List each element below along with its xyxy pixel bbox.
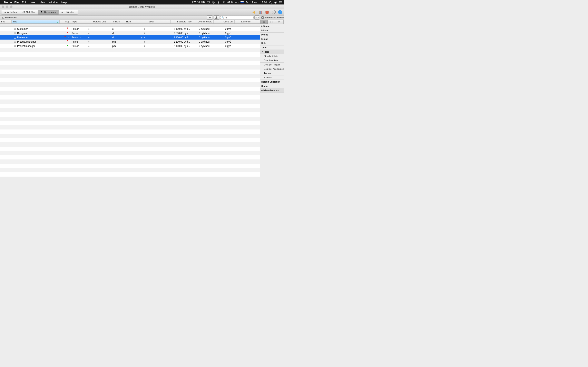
table-row[interactable] [0,48,260,52]
close-window-button[interactable] [2,6,4,8]
table-row[interactable]: Product managerPerson▲▼pm▲▼2 100,00 руб.… [0,40,260,44]
wifi-icon[interactable] [222,1,225,4]
col-standard-rate[interactable]: Standard Rate [171,20,193,24]
disclosure-icon[interactable]: ▼ [261,51,263,53]
menu-edit[interactable]: Edit [22,1,26,4]
zoom-window-button[interactable] [10,6,12,8]
templates-icon[interactable] [265,10,269,15]
flag-icon[interactable] [241,1,243,4]
col-flag[interactable]: Flag [60,20,71,24]
battery-icon[interactable] [235,1,238,4]
table-row[interactable] [0,142,260,147]
menu-window[interactable]: Window [49,1,58,4]
col-type[interactable]: Type [71,20,92,24]
menu-extra-icon[interactable] [279,1,282,4]
disclosure-icon[interactable]: ▶ [261,89,263,91]
col-overtime-rate[interactable]: Overtime Rate [193,20,214,24]
library-icon[interactable] [258,10,263,15]
row-cost: 0 руб [225,40,231,43]
notification-center-icon[interactable] [274,1,277,4]
table-row[interactable] [0,91,260,95]
table-row[interactable] [0,129,260,134]
table-row[interactable] [0,117,260,121]
minimize-window-button[interactable] [6,6,8,8]
table-row[interactable] [0,155,260,159]
col-material[interactable]: Material Unit [92,20,112,24]
display-icon[interactable] [207,1,210,4]
disclosure-icon[interactable]: ▶ [261,25,263,27]
announce-icon[interactable] [251,10,256,15]
date-indicator[interactable]: Вс, 12 авг. [246,1,258,4]
type-label: Type [261,46,267,49]
timemachine-icon[interactable] [212,1,215,4]
menu-help[interactable]: Help [61,1,67,4]
tab-activities[interactable]: ➜ Activities [1,10,19,15]
table-row[interactable] [0,74,260,78]
menu-insert[interactable]: Insert [30,1,36,4]
menu-view[interactable]: View [40,1,45,4]
memory-indicator[interactable]: 875.31 MB [192,1,205,4]
spotlight-icon[interactable] [269,1,272,4]
table-row[interactable] [0,125,260,129]
table-row[interactable] [0,159,260,164]
add-person-button[interactable] [214,16,219,20]
row-type: Person [71,36,79,39]
table-row[interactable] [0,147,260,151]
inspector-tab-calendar[interactable] [268,20,276,24]
battery-percent[interactable]: 87 % [227,1,233,4]
table-row[interactable] [0,95,260,100]
col-costs-per[interactable]: Costs per [214,20,234,24]
table-row[interactable] [0,164,260,168]
table-row[interactable] [0,61,260,65]
table-row[interactable] [0,65,260,69]
bluetooth-icon[interactable] [217,1,220,4]
table-row[interactable]: Developer▼Person▼▲▼d▲▼▼2 100,00 руб...0 … [0,35,260,40]
disclosure-icon[interactable]: ▶ [264,76,265,78]
col-elements[interactable]: Elements [234,20,257,24]
time-indicator[interactable]: 13:14 [260,1,267,4]
table-row[interactable] [0,78,260,82]
tab-label: Net Plan [26,11,35,14]
table-row[interactable] [0,176,260,177]
table-row[interactable] [0,108,260,112]
inspector-tab-person[interactable] [260,20,268,24]
inspector-tab-key[interactable] [276,20,284,24]
table-row[interactable] [0,134,260,138]
row-ov-rate: 0 руб/hour [199,32,210,35]
table-row[interactable] [0,112,260,117]
app-name[interactable]: Merlin [4,1,12,4]
table-row[interactable] [0,121,260,125]
options-button[interactable]: ▼ [254,16,259,20]
table-row[interactable]: DesignerPerson▲▼d▲▼2 000,00 руб...0 руб/… [0,31,260,35]
table-row[interactable] [0,168,260,172]
tab-resources[interactable]: Resources [38,10,58,15]
search-field[interactable]: 🔍 Q- [220,16,254,19]
svg-rect-25 [261,11,262,14]
table-row[interactable] [0,52,260,57]
table-row[interactable] [0,69,260,74]
table-row[interactable]: CustomerPerson▲▼c▲▼2 100,00 руб...0 руб/… [0,27,260,31]
add-resource-button[interactable]: + [207,16,213,20]
info-icon[interactable]: i [278,10,283,15]
table-row[interactable] [0,57,260,61]
attachment-icon[interactable] [271,10,276,15]
col-role[interactable]: Role [125,20,148,24]
row-cost: 0 руб [225,27,231,30]
inspector-tab-link[interactable] [284,20,284,24]
table-row[interactable] [0,104,260,108]
table-row[interactable] [0,151,260,155]
table-row[interactable] [0,138,260,142]
col-email[interactable]: eMail [148,20,171,24]
table-row[interactable] [0,87,260,91]
table-row[interactable] [0,100,260,104]
table-row[interactable]: Project managerPerson▲▼pm▲▼2 100,00 руб.… [0,44,260,48]
row-std-rate: 2 100,00 руб... [173,36,190,39]
col-initials[interactable]: Initials [112,20,125,24]
table-row[interactable] [0,82,260,87]
table-row[interactable] [0,172,260,176]
tab-netplan[interactable]: Net Plan [19,10,38,15]
col-title[interactable]: Title▲ [12,20,60,24]
col-info[interactable]: Info [0,20,12,24]
tab-utilization[interactable]: Utilization [59,10,78,15]
menu-file[interactable]: File [14,1,18,4]
